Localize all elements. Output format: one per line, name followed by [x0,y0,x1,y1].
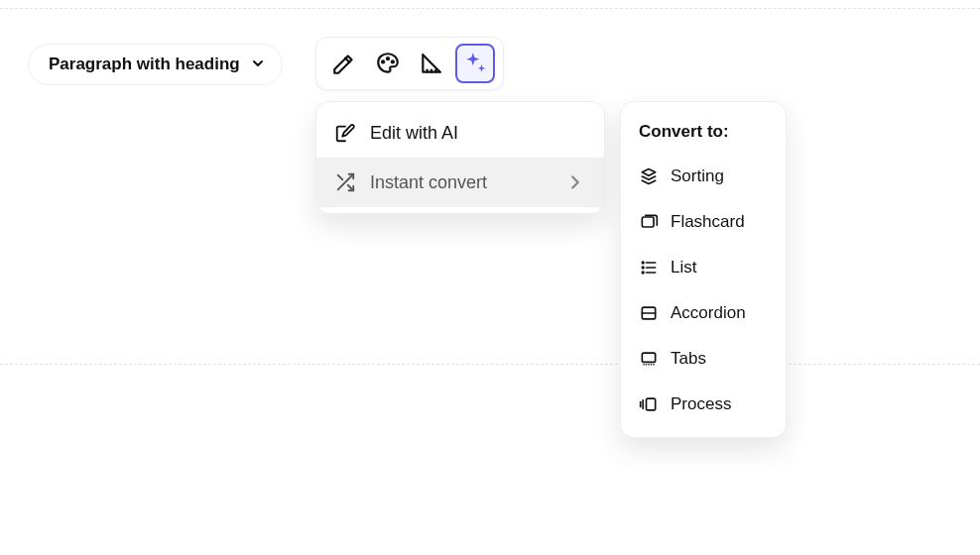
convert-option-label: Tabs [671,349,706,369]
menu-item-label: Instant convert [370,172,551,193]
menu-item-label: Edit with AI [370,123,586,144]
convert-option-sorting[interactable]: Sorting [621,154,786,199]
pencil-icon [331,51,357,76]
tabs-icon [639,349,659,369]
svg-point-0 [382,60,384,62]
svg-rect-12 [642,353,655,362]
size-button[interactable] [412,44,451,83]
block-type-label: Paragraph with heading [49,55,240,74]
instant-convert-item[interactable]: Instant convert [316,158,604,207]
convert-option-label: Accordion [671,303,746,323]
palette-icon [375,51,401,76]
ai-tools-button[interactable] [455,44,495,83]
edit-ai-icon [334,122,356,144]
shuffle-icon [334,171,356,193]
convert-option-flashcard[interactable]: Flashcard [621,199,786,245]
ai-menu: Edit with AI Instant convert [315,101,605,214]
svg-rect-3 [642,217,654,227]
convert-option-label: List [671,258,696,278]
sorting-icon [639,166,659,186]
block-toolbar [315,37,504,90]
list-icon [639,258,659,278]
edit-content-button[interactable] [324,44,364,83]
svg-point-2 [392,60,394,62]
chevron-right-icon [564,171,586,193]
svg-point-8 [642,267,644,269]
accordion-icon [639,303,659,323]
convert-submenu: Convert to: Sorting Flashcard List Accor… [620,101,787,438]
convert-option-label: Flashcard [671,212,745,232]
process-icon [639,394,659,414]
svg-point-7 [642,262,644,264]
guide-line [0,8,980,9]
style-button[interactable] [368,44,408,83]
convert-option-process[interactable]: Process [621,382,786,427]
edit-with-ai-item[interactable]: Edit with AI [316,108,604,158]
guide-line [0,364,980,365]
convert-option-list[interactable]: List [621,245,786,290]
chevron-down-icon [250,56,266,74]
convert-title: Convert to: [621,116,786,154]
convert-option-label: Process [671,394,731,414]
convert-option-label: Sorting [671,166,724,186]
convert-option-tabs[interactable]: Tabs [621,336,786,382]
flashcard-icon [639,212,659,232]
block-type-selector[interactable]: Paragraph with heading [28,44,283,85]
svg-rect-18 [647,398,656,410]
convert-option-accordion[interactable]: Accordion [621,290,786,336]
svg-point-1 [387,57,389,59]
sparkles-icon [462,51,488,76]
svg-point-9 [642,272,644,274]
ruler-icon [419,51,444,76]
